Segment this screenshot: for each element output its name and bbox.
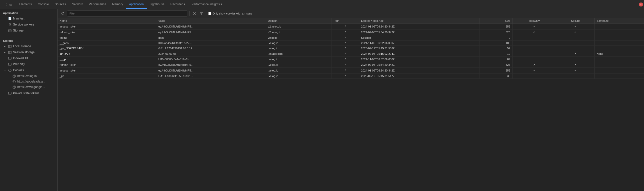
- cell-domain: .gstatic.com: [266, 51, 332, 57]
- sidebar-item-private-state-tokens[interactable]: Private state tokens: [0, 90, 57, 96]
- tab-console[interactable]: Console: [35, 0, 52, 9]
- cell-domain: .velog.io: [266, 74, 332, 79]
- cell-secure: ✓: [556, 51, 594, 57]
- sidebar-item-local-storage[interactable]: ▶ Local storage: [0, 43, 57, 49]
- arrow-placeholder: [4, 63, 7, 66]
- sidebar-item-manifest[interactable]: 📄 Manifest: [0, 16, 57, 22]
- svg-point-13: [13, 75, 16, 78]
- cell-value: dark: [156, 35, 266, 40]
- tab-application[interactable]: Application: [126, 0, 147, 9]
- cell-samesite: [595, 35, 644, 40]
- svg-point-11: [10, 70, 11, 70]
- tab-lighthouse[interactable]: Lighthouse: [147, 0, 168, 9]
- sidebar-cookie-googleads[interactable]: https://googleads.g...: [0, 79, 57, 84]
- clear-filter-button[interactable]: [192, 11, 197, 16]
- cell-httponly: [512, 57, 556, 62]
- cell-httponly: ✓: [512, 24, 556, 30]
- close-button[interactable]: ✕: [639, 2, 643, 6]
- cell-samesite: [595, 24, 644, 30]
- table-row[interactable]: __gads ID=2ab4cc4d0f13fd1b-22... .velog.…: [58, 40, 644, 46]
- cursor-icon[interactable]: ⛶: [3, 2, 8, 7]
- tab-recorder[interactable]: Recorder ⏺: [168, 0, 189, 9]
- cookies-icon: [8, 68, 12, 72]
- cell-path: /: [332, 46, 359, 51]
- sidebar-item-service-workers[interactable]: ⚙ Service workers: [0, 22, 57, 28]
- filter-input-wrap[interactable]: [67, 10, 187, 16]
- cookie-googleads-icon: [13, 80, 16, 83]
- table-row[interactable]: __gpi UID=00000c5e1e819e1b:... .velog.io…: [58, 57, 644, 62]
- table-row[interactable]: refresh_token eyJhbGciOiJIUzI1NiIsInR5..…: [58, 30, 644, 35]
- recorder-icon: ⏺: [183, 3, 186, 6]
- cookies-table: Name Value Domain Path Expires / Max-Age…: [58, 18, 644, 79]
- device-icon[interactable]: ▭: [9, 2, 13, 7]
- col-header-size[interactable]: Size: [479, 18, 512, 24]
- sidebar-item-session-storage[interactable]: ▶ Session storage: [0, 49, 57, 55]
- col-header-path[interactable]: Path: [332, 18, 359, 24]
- table-row[interactable]: _ga GA1.1.1381241550.16971... .velog.io …: [58, 74, 644, 79]
- cell-name: access_token: [58, 24, 156, 30]
- col-header-httponly[interactable]: HttpOnly: [512, 18, 556, 24]
- svg-point-19: [14, 81, 15, 81]
- tab-sources[interactable]: Sources: [52, 0, 69, 9]
- only-show-issues-checkbox[interactable]: [208, 12, 211, 15]
- tab-network[interactable]: Network: [69, 0, 86, 9]
- table-row[interactable]: access_token eyJhbGciOiJIUzI1NiIsInR5...…: [58, 68, 644, 74]
- divider-1: [0, 35, 57, 35]
- sidebar-item-indexeddb[interactable]: IndexedDB: [0, 55, 57, 61]
- tab-elements[interactable]: Elements: [16, 0, 35, 9]
- filter-input[interactable]: [69, 12, 185, 15]
- sidebar-scrollbar[interactable]: [56, 9, 58, 191]
- col-header-expires[interactable]: Expires / Max-Age: [359, 18, 479, 24]
- expand-cookies[interactable]: ▼: [4, 69, 7, 72]
- tab-performance-insights[interactable]: Performance insights ⏺: [189, 0, 226, 9]
- cell-path: /: [332, 51, 359, 57]
- svg-rect-4: [9, 51, 11, 54]
- expand-session-storage[interactable]: ▶: [4, 51, 7, 54]
- cell-value: GA1.1.1381241550.16971...: [156, 74, 266, 79]
- cell-secure: [556, 74, 594, 79]
- local-storage-label: Local storage: [13, 44, 31, 48]
- cell-expires: 2024-11-06T06:32:06.000Z: [359, 57, 479, 62]
- sidebar-item-cookies[interactable]: ▼ Cookies: [0, 67, 57, 73]
- cell-path: /: [332, 35, 359, 40]
- svg-point-25: [9, 92, 11, 93]
- tab-performance[interactable]: Performance: [86, 0, 109, 9]
- expand-local-storage[interactable]: ▶: [4, 45, 7, 48]
- local-storage-icon: [8, 44, 12, 48]
- tab-bar: ⛶ ▭ Elements Console Sources Network Per…: [0, 0, 644, 9]
- col-header-secure[interactable]: Secure: [556, 18, 594, 24]
- cookie-googleads-label: https://googleads.g...: [17, 80, 45, 83]
- cell-domain: .velog.io: [266, 57, 332, 62]
- manifest-icon: 📄: [8, 17, 12, 20]
- cell-secure: ✓: [556, 30, 594, 35]
- table-row[interactable]: access_token eyJhbGciOiJIUzI1NiIsInR5...…: [58, 24, 644, 30]
- tab-memory[interactable]: Memory: [109, 0, 126, 9]
- cell-size: 19: [479, 51, 512, 57]
- refresh-button[interactable]: [60, 10, 66, 16]
- cell-expires: 2025-02-12T05:45:31.547Z: [359, 74, 479, 79]
- svg-point-23: [14, 86, 15, 87]
- table-row[interactable]: refresh_token eyJhbGciOiJIUzI1NiIsInR5..…: [58, 62, 644, 68]
- col-header-domain[interactable]: Domain: [266, 18, 332, 24]
- sidebar-item-storage-top[interactable]: Storage: [0, 28, 57, 34]
- filter-options-button[interactable]: [199, 11, 204, 16]
- cell-domain: v2.velog.io: [266, 30, 332, 35]
- sidebar-cookie-google[interactable]: https://www.google...: [0, 84, 57, 90]
- sidebar-item-web-sql[interactable]: Web SQL: [0, 61, 57, 67]
- cookie-google-label: https://www.google...: [17, 85, 45, 89]
- cell-name: refresh_token: [58, 62, 156, 68]
- cell-secure: [556, 40, 594, 46]
- sidebar-cookie-velog[interactable]: https://velog.io: [0, 73, 57, 79]
- only-show-issues-checkbox-wrap[interactable]: Only show cookies with an issue: [208, 12, 252, 15]
- cell-size: 256: [479, 68, 512, 74]
- col-header-name[interactable]: Name: [58, 18, 156, 24]
- col-header-samesite[interactable]: SameSite: [595, 18, 644, 24]
- cell-samesite: [595, 30, 644, 35]
- table-row[interactable]: 1P_JAR 2024-01-09-05 .gstatic.com / 2024…: [58, 51, 644, 57]
- table-row[interactable]: _ga_8D0MD2S4PK GS1.1.1704779131.86.0.17.…: [58, 46, 644, 51]
- cell-expires: 2024-02-08T05:34:20.342Z: [359, 62, 479, 68]
- col-header-value[interactable]: Value: [156, 18, 266, 24]
- table-row[interactable]: theme dark velog.io / Session 9: [58, 35, 644, 40]
- cell-secure: [556, 57, 594, 62]
- cell-samesite: [595, 74, 644, 79]
